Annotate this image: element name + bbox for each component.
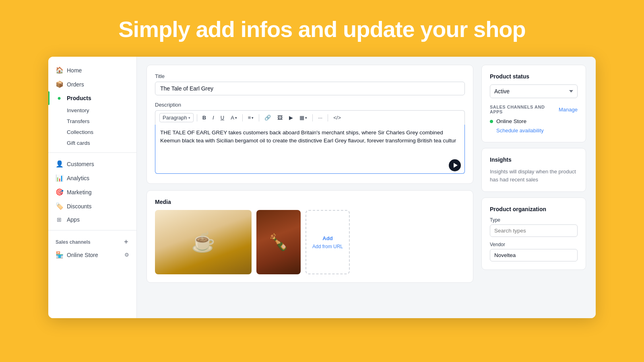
chevron-down-icon: ▾ [188,116,190,120]
sales-channels-section: Sales channels ＋ [48,234,136,248]
toolbar-separator-1 [197,114,197,121]
bottle-image [256,210,301,274]
insights-card: Insights Insights will display when the … [481,148,586,192]
online-store-channel: Online Store [490,118,578,124]
sidebar-item-analytics-label: Analytics [67,175,89,181]
sidebar-item-online-store[interactable]: 🏪 Online Store ⚙ [48,248,136,262]
add-url-button[interactable]: Add from URL [312,244,343,249]
media-section-label: Media [155,199,465,205]
vendor-label: Vendor [490,242,578,247]
products-icon: ● [56,95,63,102]
product-org-title: Product organization [490,206,578,212]
marketing-icon: 🎯 [56,188,63,196]
vendor-input[interactable] [490,249,578,261]
sidebar-item-products[interactable]: ● Products [48,91,136,105]
toolbar-separator-3 [259,114,259,121]
status-select[interactable]: Active Draft Archived [490,84,578,98]
hero-background: Simply add infos and update your shop 🏠 … [0,0,644,362]
link-button[interactable]: 🔗 [262,113,273,122]
sidebar-item-gift-cards-label: Gift cards [67,140,90,146]
apps-icon: ⊞ [56,216,63,223]
sidebar-item-orders[interactable]: 📦 Orders [48,77,136,91]
online-store-dot [490,120,493,123]
sidebar-item-home[interactable]: 🏠 Home [48,63,136,77]
product-status-card: Product status Active Draft Archived SAL… [481,65,586,142]
sidebar-item-customers[interactable]: 👤 Customers [48,157,136,171]
sidebar-item-inventory-label: Inventory [67,107,89,113]
media-item-main[interactable] [155,210,252,274]
title-card: Title Description Paragraph ▾ B I U A ▾ [147,65,473,184]
italic-button[interactable]: I [211,113,216,122]
tea-image [155,210,252,274]
code-label: </> [333,115,341,121]
media-item-add[interactable]: Add Add from URL [305,210,350,274]
align-button[interactable]: ≡ ▾ [246,113,256,122]
sidebar-item-transfers[interactable]: Transfers [48,116,136,127]
schedule-link[interactable]: Schedule availability [496,128,544,134]
toolbar-separator-5 [328,114,328,121]
sidebar-divider-1 [48,152,136,153]
online-store-name: Online Store [496,118,526,124]
chevron-table-icon: ▾ [305,116,307,120]
toolbar-separator-4 [312,114,313,121]
toolbar-separator-2 [242,114,243,121]
add-media-button[interactable]: Add [322,235,332,241]
title-field-label: Title [155,73,465,79]
table-button[interactable]: ▦ ▾ [297,113,309,122]
sidebar-item-marketing-label: Marketing [67,189,91,195]
add-sales-channel-icon[interactable]: ＋ [123,238,129,246]
center-column: Title Description Paragraph ▾ B I U A ▾ [147,65,473,310]
right-column: Product status Active Draft Archived SAL… [481,65,586,310]
discounts-icon: 🏷️ [56,202,63,210]
media-grid: Add Add from URL [155,210,465,274]
home-icon: 🏠 [56,66,63,74]
sidebar-item-discounts[interactable]: 🏷️ Discounts [48,199,136,213]
sidebar-item-transfers-label: Transfers [67,118,90,124]
title-input[interactable] [155,82,465,95]
sidebar-item-inventory[interactable]: Inventory [48,105,136,116]
text-color-button[interactable]: A ▾ [229,113,239,122]
chevron-align-icon: ▾ [252,116,254,120]
insights-title: Insights [490,156,578,163]
sidebar-item-discounts-label: Discounts [67,203,91,210]
sidebar-item-orders-label: Orders [67,81,84,88]
paragraph-label: Paragraph [163,115,187,121]
video-button[interactable]: ▶ [287,113,295,122]
sidebar-item-collections-label: Collections [67,129,93,135]
schedule-availability-wrapper: Schedule availability [490,127,578,134]
description-wrapper [155,125,465,175]
browser-window: 🏠 Home 📦 Orders ● Products Inventory Tra… [48,57,596,318]
orders-icon: 📦 [56,80,63,88]
paragraph-dropdown[interactable]: Paragraph ▾ [159,113,194,122]
sidebar-item-home-label: Home [67,67,82,74]
product-organization-card: Product organization Type Vendor [481,197,586,270]
code-button[interactable]: </> [331,113,343,122]
online-store-settings-icon[interactable]: ⚙ [124,252,129,258]
more-button[interactable]: ··· [316,113,324,122]
insights-description: Insights will display when the product h… [490,168,578,183]
image-button[interactable]: 🖼 [275,113,285,122]
sidebar-item-customers-label: Customers [67,161,94,167]
bold-label: B [202,115,206,121]
sidebar-item-analytics[interactable]: 📊 Analytics [48,171,136,185]
sidebar-item-gift-cards[interactable]: Gift cards [48,138,136,148]
type-search-input[interactable] [490,224,578,237]
sales-channels-header: SALES CHANNELS AND APPS Manage [490,105,578,114]
online-store-icon: 🏪 [56,251,63,259]
sidebar-divider-2 [48,230,136,230]
chevron-color-icon: ▾ [235,116,237,120]
hero-title: Simply add infos and update your shop [118,16,526,42]
bold-button[interactable]: B [200,113,208,122]
product-status-title: Product status [490,73,578,80]
description-textarea[interactable] [155,125,465,174]
sidebar-item-collections[interactable]: Collections [48,127,136,138]
manage-link[interactable]: Manage [559,107,578,113]
sidebar-item-online-store-label: Online Store [67,252,98,258]
sidebar-item-marketing[interactable]: 🎯 Marketing [48,185,136,199]
media-item-small[interactable] [256,210,301,274]
analytics-icon: 📊 [56,174,63,182]
underline-button[interactable]: U [219,113,226,122]
sidebar-item-apps[interactable]: ⊞ Apps [48,213,136,226]
sidebar-item-apps-label: Apps [67,216,80,223]
sidebar-nav-section-2: 👤 Customers 📊 Analytics 🎯 Marketing 🏷️ D… [48,157,136,226]
